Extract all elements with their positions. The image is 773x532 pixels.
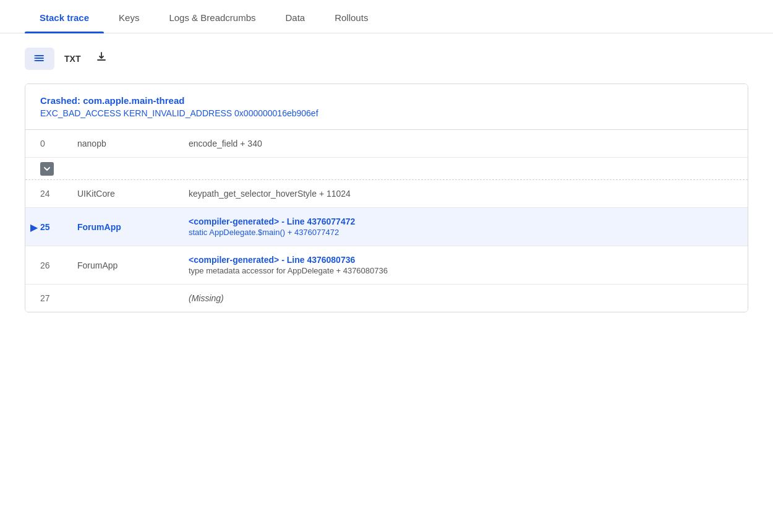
stack-frame-25: ▶ 25 ForumApp <compiler-generated> - Lin… (25, 208, 748, 246)
tab-stack-trace[interactable]: Stack trace (25, 0, 104, 33)
frame-func-24: keypath_get_selector_hoverStyle + 11024 (189, 189, 733, 199)
toolbar: TXT (0, 33, 773, 84)
frame-func-0: encode_field + 340 (189, 139, 733, 148)
stack-trace-content: Crashed: com.apple.main-thread EXC_BAD_A… (0, 84, 773, 337)
download-button[interactable] (90, 46, 113, 71)
tab-logs-breadcrumbs[interactable]: Logs & Breadcrumbs (154, 0, 270, 33)
crash-title: Crashed: com.apple.main-thread (40, 95, 733, 106)
tab-bar: Stack trace Keys Logs & Breadcrumbs Data… (0, 0, 773, 33)
svg-point-3 (35, 55, 36, 56)
frame-number-27: 27 (40, 293, 77, 303)
frame-func-26[interactable]: <compiler-generated> - Line 4376080736 (189, 255, 733, 265)
tab-keys[interactable]: Keys (104, 0, 154, 33)
frame-number-25: 25 (40, 222, 77, 232)
frame-number-24: 24 (40, 189, 77, 199)
frame-func-block-25: <compiler-generated> - Line 4376077472 s… (189, 217, 733, 237)
frame-number-0: 0 (40, 139, 77, 148)
download-icon (95, 51, 108, 63)
frame-func-sub-25[interactable]: static AppDelegate.$main() + 4376077472 (189, 228, 733, 237)
frame-lib-24: UIKitCore (77, 189, 189, 199)
frame-lib-0: nanopb (77, 139, 189, 148)
frame-lib-26: ForumApp (77, 260, 189, 270)
stack-frame-27: 27 (Missing) (25, 285, 748, 312)
frame-func-27: (Missing) (189, 293, 733, 303)
crash-subtitle: EXC_BAD_ACCESS KERN_INVALID_ADDRESS 0x00… (40, 108, 733, 118)
list-view-button[interactable] (25, 48, 54, 70)
crash-panel: Crashed: com.apple.main-thread EXC_BAD_A… (25, 84, 748, 312)
tab-data[interactable]: Data (271, 0, 320, 33)
svg-point-5 (35, 60, 36, 61)
frame-func-sub-26: type metadata accessor for AppDelegate +… (189, 266, 733, 275)
active-frame-arrow: ▶ (30, 221, 38, 233)
crash-header: Crashed: com.apple.main-thread EXC_BAD_A… (25, 84, 748, 130)
tab-rollouts[interactable]: Rollouts (320, 0, 383, 33)
txt-button[interactable]: TXT (62, 49, 83, 69)
stack-frame-0: 0 nanopb encode_field + 340 (25, 130, 748, 158)
frame-lib-25: ForumApp (77, 222, 189, 232)
chevron-down-icon (43, 165, 51, 173)
frame-func-25[interactable]: <compiler-generated> - Line 4376077472 (189, 217, 733, 226)
stack-frame-26: 26 ForumApp <compiler-generated> - Line … (25, 246, 748, 285)
frame-func-block-26: <compiler-generated> - Line 4376080736 t… (189, 255, 733, 275)
frame-number-26: 26 (40, 260, 77, 270)
collapsed-rows-indicator[interactable] (25, 158, 748, 180)
list-icon (33, 53, 46, 65)
expand-collapsed-button[interactable] (40, 162, 54, 176)
svg-point-4 (35, 58, 36, 59)
stack-frame-24: 24 UIKitCore keypath_get_selector_hoverS… (25, 180, 748, 208)
